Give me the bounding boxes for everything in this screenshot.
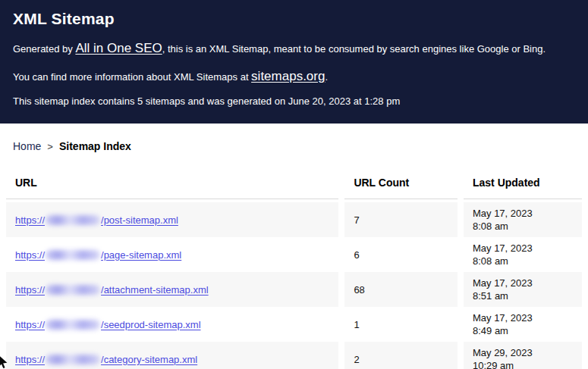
url-count-cell: 1 [344,307,458,342]
updated-date: May 29, 2023 [473,346,573,359]
last-updated-cell: May 17, 20238:49 am [464,307,582,342]
url-scheme: https:// [15,319,45,330]
url-scheme: https:// [15,249,45,261]
url-scheme: https:// [15,214,45,226]
redacted-domain [46,285,100,295]
sitemap-link[interactable]: https:///page-sitemap.xml [15,249,181,261]
summary-text: This sitemap index contains 5 sitemaps a… [13,95,576,109]
updated-time: 8:08 am [473,220,573,233]
url-cell: https:///seedprod-sitemap.xml [6,307,338,342]
sitemaps-org-link[interactable]: sitemaps.org [251,69,325,83]
url-cell: https:///post-sitemap.xml [6,202,338,237]
updated-date: May 17, 2023 [473,311,573,324]
aioseo-link[interactable]: All in One SEO [75,41,162,55]
url-scheme: https:// [15,354,45,365]
sitemap-link[interactable]: https:///category-sitemap.xml [15,354,197,365]
breadcrumb: Home>Sitemap Index [0,124,588,163]
url-path: /seedprod-sitemap.xml [101,319,201,330]
updated-time: 10:29 am [473,359,573,369]
column-header-url: URL [6,169,338,199]
table-row: https:///attachment-sitemap.xml 68 May 1… [6,272,582,307]
updated-date: May 17, 2023 [473,277,573,289]
redacted-domain [46,215,100,225]
updated-time: 8:49 am [473,324,573,337]
updated-date: May 17, 2023 [473,207,573,220]
intro-suffix: , this is an XML Sitemap, meant to be co… [162,43,546,55]
url-cell: https:///attachment-sitemap.xml [6,272,338,307]
url-scheme: https:// [15,284,45,296]
breadcrumb-home-link[interactable]: Home [13,140,41,152]
redacted-domain [46,355,100,364]
table-row: https:///category-sitemap.xml 2 May 29, … [6,342,582,369]
column-header-last-updated: Last Updated [464,169,582,199]
redacted-domain [46,250,100,260]
updated-date: May 17, 2023 [473,242,573,255]
info-prefix: You can find more information about XML … [13,71,251,83]
sitemap-link[interactable]: https:///post-sitemap.xml [15,214,178,226]
sitemap-link[interactable]: https:///attachment-sitemap.xml [15,284,209,296]
table-row: https:///post-sitemap.xml 7 May 17, 2023… [6,202,582,237]
last-updated-cell: May 17, 20238:08 am [464,237,582,272]
url-path: /attachment-sitemap.xml [101,284,209,296]
url-count-cell: 2 [344,342,458,369]
page-title: XML Sitemap [13,10,576,28]
url-path: /post-sitemap.xml [101,214,178,226]
redacted-domain [46,320,100,330]
info-suffix: . [325,71,328,83]
url-path: /page-sitemap.xml [101,249,181,261]
url-count-cell: 68 [344,272,458,307]
intro-text: Generated by All in One SEO, this is an … [13,39,576,58]
sitemap-hero-header: XML Sitemap Generated by All in One SEO,… [0,0,588,124]
table-header-row: URL URL Count Last Updated [6,169,582,199]
url-count-cell: 7 [344,202,458,237]
updated-time: 8:51 am [473,289,573,302]
table-row: https:///seedprod-sitemap.xml 1 May 17, … [6,307,582,342]
sitemap-index-table: URL URL Count Last Updated https:///post… [0,169,588,369]
intro-prefix: Generated by [13,43,75,55]
last-updated-cell: May 17, 20238:08 am [464,202,582,237]
updated-time: 8:08 am [473,255,573,267]
url-count-cell: 6 [344,237,458,272]
table-row: https:///page-sitemap.xml 6 May 17, 2023… [6,237,582,272]
breadcrumb-current: Sitemap Index [59,140,131,152]
sitemap-link[interactable]: https:///seedprod-sitemap.xml [15,319,201,330]
last-updated-cell: May 29, 202310:29 am [464,342,582,369]
breadcrumb-separator-icon: > [47,141,53,152]
last-updated-cell: May 17, 20238:51 am [464,272,582,307]
info-text: You can find more information about XML … [13,67,576,86]
url-cell: https:///category-sitemap.xml [6,342,338,369]
url-cell: https:///page-sitemap.xml [6,237,338,272]
column-header-url-count: URL Count [344,169,458,199]
url-path: /category-sitemap.xml [101,354,197,365]
